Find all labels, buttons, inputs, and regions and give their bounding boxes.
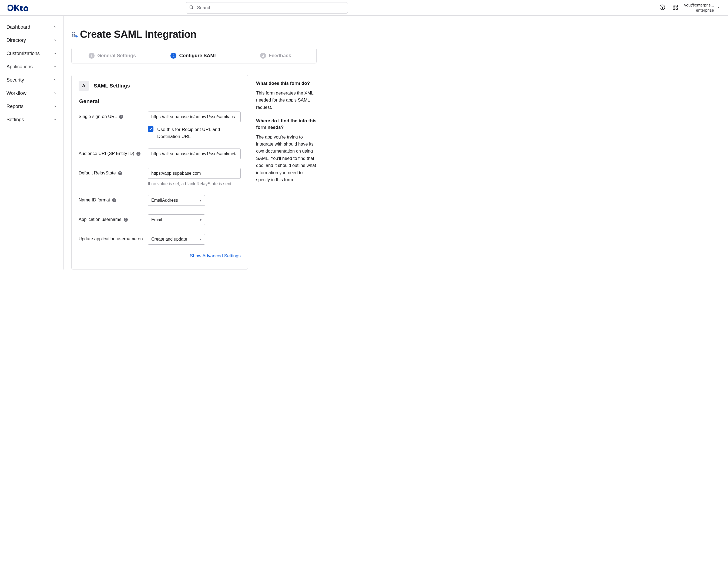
chevron-down-icon xyxy=(53,104,57,109)
chevron-down-icon xyxy=(53,37,57,43)
sidebar-item-customizations[interactable]: Customizations xyxy=(4,47,60,60)
step-number: 2 xyxy=(171,53,176,59)
update-username-label: Update application username on xyxy=(79,234,148,245)
svg-line-2 xyxy=(192,8,193,9)
help-tooltip-icon[interactable]: ? xyxy=(112,198,116,202)
search-input[interactable] xyxy=(186,2,348,14)
sidebar-item-label: Workflow xyxy=(6,90,26,96)
app-username-select[interactable]: Email ▼ xyxy=(148,214,205,225)
help-tooltip-icon[interactable]: ? xyxy=(124,218,128,222)
chevron-down-icon xyxy=(53,24,57,30)
help-heading: What does this form do? xyxy=(256,80,317,87)
audience-uri-label: Audience URI (SP Entity ID) ? xyxy=(79,149,148,159)
chevron-down-icon xyxy=(53,51,57,56)
top-right: you@enterpris... enterprise xyxy=(658,3,721,13)
step-tabs: 1 General Settings 2 Configure SAML 3 Fe… xyxy=(71,48,317,63)
apps-grid-icon[interactable] xyxy=(671,3,679,12)
tab-label: General Settings xyxy=(97,53,136,59)
svg-rect-9 xyxy=(72,32,73,33)
help-tooltip-icon[interactable]: ? xyxy=(136,152,140,156)
search-icon xyxy=(189,5,194,10)
svg-rect-7 xyxy=(673,8,675,9)
select-value: Create and update xyxy=(151,237,187,242)
update-username-select[interactable]: Create and update ▼ xyxy=(148,234,205,245)
svg-rect-6 xyxy=(676,5,677,7)
tab-label: Feedback xyxy=(269,53,291,59)
svg-rect-5 xyxy=(673,5,675,7)
svg-rect-11 xyxy=(72,33,73,34)
relaystate-input[interactable] xyxy=(148,168,241,179)
svg-point-1 xyxy=(190,5,192,8)
chevron-down-icon xyxy=(53,77,57,83)
sidebar: Dashboard Directory Customizations Appli… xyxy=(0,16,64,269)
user-email: you@enterpris... xyxy=(684,3,714,8)
integration-icon xyxy=(71,31,78,38)
divider xyxy=(79,264,241,264)
sidebar-item-settings[interactable]: Settings xyxy=(4,113,60,126)
nameid-format-label: Name ID format ? xyxy=(79,195,148,206)
recipient-url-checkbox-label: Use this for Recipient URL and Destinati… xyxy=(157,126,241,140)
audience-uri-input[interactable] xyxy=(148,149,241,159)
section-badge: A xyxy=(79,81,89,91)
saml-settings-card: A SAML Settings General Single sign-on U… xyxy=(71,75,248,269)
step-number: 1 xyxy=(88,53,95,59)
sso-url-input[interactable] xyxy=(148,111,241,122)
tab-label: Configure SAML xyxy=(179,53,217,59)
sidebar-item-security[interactable]: Security xyxy=(4,74,60,87)
chevron-down-icon xyxy=(53,90,57,96)
svg-rect-17 xyxy=(77,35,77,37)
help-tooltip-icon[interactable]: ? xyxy=(119,115,123,119)
sidebar-item-applications[interactable]: Applications xyxy=(4,60,60,74)
sidebar-item-workflow[interactable]: Workflow xyxy=(4,87,60,100)
user-org: enterprise xyxy=(684,8,714,13)
search-wrapper xyxy=(186,2,348,14)
help-text: This form generates the XML needed for t… xyxy=(256,89,317,111)
tab-general-settings[interactable]: 1 General Settings xyxy=(72,48,153,63)
step-number: 3 xyxy=(260,53,266,59)
help-icon[interactable] xyxy=(658,3,667,12)
user-menu[interactable]: you@enterpris... enterprise xyxy=(684,3,721,13)
help-heading: Where do I find the info this form needs… xyxy=(256,118,317,131)
select-value: EmailAddress xyxy=(151,198,178,203)
sidebar-item-directory[interactable]: Directory xyxy=(4,34,60,47)
chevron-down-icon xyxy=(53,64,57,70)
okta-logo xyxy=(7,4,28,11)
relaystate-label: Default RelayState ? xyxy=(79,168,148,186)
sidebar-item-label: Settings xyxy=(6,117,24,123)
select-value: Email xyxy=(151,217,162,222)
sidebar-item-label: Reports xyxy=(6,104,24,109)
page-title: Create SAML Integration xyxy=(80,29,197,40)
svg-rect-10 xyxy=(74,32,75,33)
svg-rect-13 xyxy=(72,35,73,36)
sidebar-item-reports[interactable]: Reports xyxy=(4,100,60,113)
sso-url-label: Single sign-on URL ? xyxy=(79,111,148,140)
show-advanced-settings-link[interactable]: Show Advanced Settings xyxy=(190,253,241,259)
relaystate-hint: If no value is set, a blank RelayState i… xyxy=(148,182,241,186)
svg-point-0 xyxy=(8,5,13,10)
sidebar-item-label: Directory xyxy=(6,37,26,43)
caret-down-icon: ▼ xyxy=(199,199,202,202)
svg-rect-14 xyxy=(74,35,75,36)
main-content: Create SAML Integration 1 General Settin… xyxy=(64,16,728,269)
app-username-label: Application username ? xyxy=(79,214,148,225)
subsection-title: General xyxy=(79,98,241,105)
recipient-url-checkbox[interactable] xyxy=(148,126,153,132)
chevron-down-icon xyxy=(717,5,721,10)
svg-rect-8 xyxy=(676,8,677,9)
section-title: SAML Settings xyxy=(94,83,130,89)
help-panel: What does this form do? This form genera… xyxy=(256,75,317,190)
sidebar-item-label: Customizations xyxy=(6,51,40,56)
tab-feedback[interactable]: 3 Feedback xyxy=(235,48,316,63)
svg-rect-12 xyxy=(74,33,75,34)
caret-down-icon: ▼ xyxy=(199,238,202,241)
sidebar-item-label: Applications xyxy=(6,64,33,70)
sidebar-item-label: Dashboard xyxy=(6,24,30,30)
sidebar-item-dashboard[interactable]: Dashboard xyxy=(4,21,60,34)
chevron-down-icon xyxy=(53,117,57,123)
sidebar-item-label: Security xyxy=(6,77,24,83)
help-tooltip-icon[interactable]: ? xyxy=(118,171,122,175)
svg-point-4 xyxy=(662,8,662,9)
tab-configure-saml[interactable]: 2 Configure SAML xyxy=(153,48,234,63)
top-bar: you@enterpris... enterprise xyxy=(0,0,728,16)
nameid-format-select[interactable]: EmailAddress ▼ xyxy=(148,195,205,206)
